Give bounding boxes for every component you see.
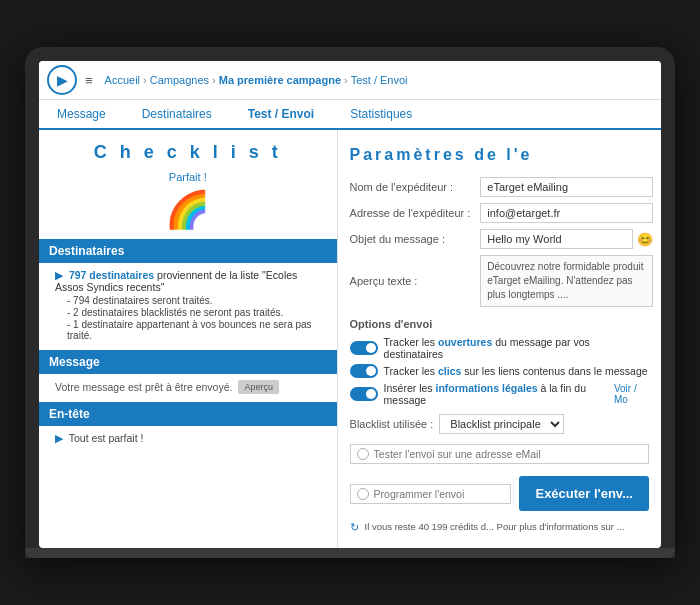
breadcrumb-accueil[interactable]: Accueil (105, 74, 140, 86)
arrow-icon: ▶ (55, 432, 63, 444)
breadcrumb: Accueil › Campagnes › Ma première campag… (105, 74, 408, 86)
list-item: - 1 destinataire appartenant à vos bounc… (67, 319, 327, 341)
toggle-openings-label: Tracker les ouvertures du message par vo… (384, 336, 649, 360)
send-button[interactable]: Exécuter l'env... (519, 476, 649, 511)
entete-text: Tout est parfait ! (69, 432, 144, 444)
emoji-icon: 😊 (637, 232, 653, 247)
hamburger-icon[interactable]: ≡ (85, 73, 93, 88)
subject-row: Objet du message : 😊 (338, 226, 661, 252)
tab-test-envoi[interactable]: Test / Envoi (230, 100, 332, 130)
blacklist-label: Blacklist utilisée : (350, 418, 434, 430)
sender-email-input[interactable] (480, 203, 653, 223)
voir-more-link[interactable]: Voir / Mo (614, 383, 649, 405)
sender-name-row: Nom de l'expéditeur : (338, 174, 661, 200)
action-row-schedule: Exécuter l'env... (338, 470, 661, 517)
subject-label: Objet du message : (338, 226, 479, 252)
tab-destinataires[interactable]: Destinataires (124, 100, 230, 130)
test-email-input[interactable] (374, 448, 642, 460)
list-item: - 794 destinataires seront traités. (67, 295, 327, 306)
entete-section-header: En-tête (39, 402, 337, 426)
main-content: C h e c k l i s t Parfait ! 🌈 Destinatai… (39, 130, 661, 548)
sender-name-input[interactable] (480, 177, 653, 197)
breadcrumb-campagnes[interactable]: Campagnes (150, 74, 209, 86)
message-section-header: Message (39, 350, 337, 374)
message-ready-text: Votre message est prêt à être envoyé. (55, 381, 232, 393)
breadcrumb-test[interactable]: Test / Envoi (351, 74, 408, 86)
rainbow-icon: 🌈 (39, 189, 337, 231)
schedule-input-wrapper (350, 484, 512, 504)
breadcrumb-campagne[interactable]: Ma première campagne (219, 74, 341, 86)
clock-icon (357, 488, 369, 500)
sender-email-row: Adresse de l'expéditeur : (338, 200, 661, 226)
params-title: Paramètres de l'e (338, 140, 661, 174)
left-panel: C h e c k l i s t Parfait ! 🌈 Destinatai… (39, 130, 338, 548)
refresh-icon: ↻ (350, 521, 359, 534)
preview-row: Aperçu texte : Découvrez notre formidabl… (338, 252, 661, 310)
top-nav: ▶ ≡ Accueil › Campagnes › Ma première ca… (39, 61, 661, 100)
arrow-icon: ▶ (55, 269, 63, 281)
apercu-button[interactable]: Aperçu (238, 380, 279, 394)
credits-row: ↻ Il vous reste 40 199 crédits d... Pour… (338, 517, 661, 538)
toggle-row-1: Tracker les ouvertures du message par vo… (338, 334, 661, 362)
right-panel: Paramètres de l'e Nom de l'expéditeur : … (338, 130, 661, 548)
tabs-bar: Message Destinataires Test / Envoi Stati… (39, 100, 661, 130)
blacklist-row: Blacklist utilisée : Blacklist principal… (338, 408, 661, 438)
email-icon (357, 448, 369, 460)
destinataires-section-body: ▶ 797 destinataires proviennent de la li… (39, 263, 337, 350)
toggle-clicks[interactable] (350, 364, 378, 378)
message-section-body: Votre message est prêt à être envoyé. Ap… (39, 374, 337, 402)
blacklist-select[interactable]: Blacklist principale (439, 414, 564, 434)
toggle-legal-label: Insérer les informations légales à la fi… (384, 382, 604, 406)
toggle-legal[interactable] (350, 387, 378, 401)
tab-statistiques[interactable]: Statistiques (332, 100, 430, 130)
dest-sub-list: - 794 destinataires seront traités. - 2 … (67, 295, 327, 341)
toggle-openings[interactable] (350, 341, 378, 355)
entete-section-body: ▶ Tout est parfait ! (39, 426, 337, 452)
toggle-row-3: Insérer les informations légales à la fi… (338, 380, 661, 408)
checklist-title: C h e c k l i s t (39, 130, 337, 171)
toggle-row-2: Tracker les clics sur les liens contenus… (338, 362, 661, 380)
list-item: - 2 destinataires blacklistés ne seront … (67, 307, 327, 318)
options-title: Options d'envoi (338, 310, 661, 334)
sender-name-label: Nom de l'expéditeur : (338, 174, 479, 200)
preview-label: Aperçu texte : (338, 252, 479, 310)
credits-text: Il vous reste 40 199 crédits d... Pour p… (365, 521, 625, 532)
logo-icon[interactable]: ▶ (47, 65, 77, 95)
action-row-test (338, 438, 661, 470)
destinataires-section-header: Destinataires (39, 239, 337, 263)
preview-text: Découvrez notre formidable produit eTarg… (480, 255, 653, 307)
schedule-input[interactable] (374, 488, 505, 500)
laptop-base (25, 548, 675, 558)
toggle-clicks-label: Tracker les clics sur les liens contenus… (384, 365, 648, 377)
params-form: Nom de l'expéditeur : Adresse de l'expéd… (338, 174, 661, 310)
parfait-label: Parfait ! (39, 171, 337, 183)
sender-email-label: Adresse de l'expéditeur : (338, 200, 479, 226)
tab-message[interactable]: Message (39, 100, 124, 130)
test-email-input-wrapper (350, 444, 649, 464)
subject-input[interactable] (480, 229, 633, 249)
